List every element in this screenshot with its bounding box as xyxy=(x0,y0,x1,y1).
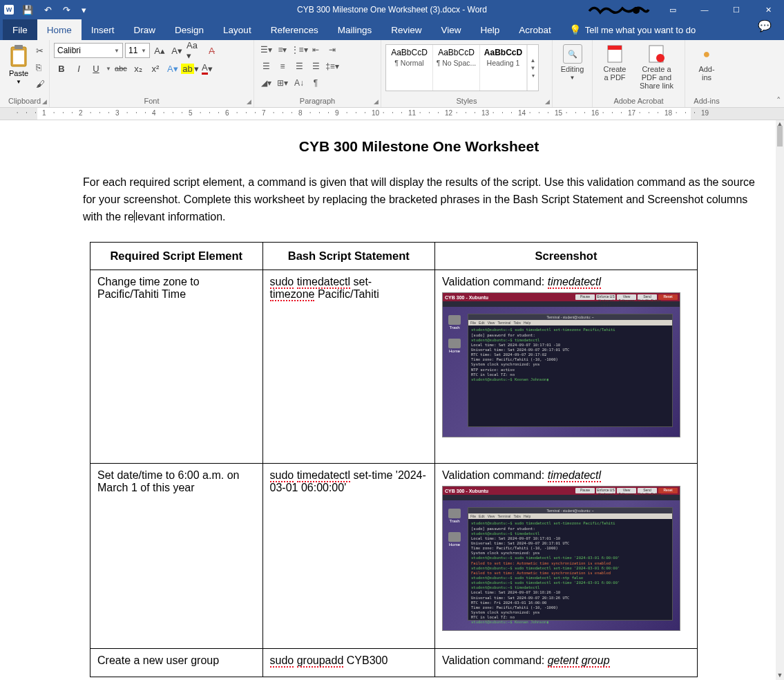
paragraph-group-label: Paragraph◢ xyxy=(254,95,381,107)
styles-more-button[interactable]: ▲▼▾ xyxy=(527,45,538,91)
tab-mailings[interactable]: Mailings xyxy=(328,19,382,40)
tab-help[interactable]: Help xyxy=(471,19,510,40)
superscript-button[interactable]: x² xyxy=(148,61,163,76)
redo-button[interactable]: ↷ xyxy=(60,5,73,15)
font-size-combo[interactable]: 11▼ xyxy=(125,43,150,58)
tab-acrobat[interactable]: Acrobat xyxy=(509,19,561,40)
create-pdf-button[interactable]: Create a PDF xyxy=(597,43,633,94)
multilevel-list-button[interactable]: ⋮≡▾ xyxy=(291,43,307,57)
paragraph-launcher[interactable]: ◢ xyxy=(374,98,379,105)
tab-layout[interactable]: Layout xyxy=(213,19,261,40)
justify-button[interactable]: ☰ xyxy=(308,59,323,73)
format-painter-button[interactable]: 🖌 xyxy=(36,79,48,91)
cell-bash: sudo groupadd CYB300 xyxy=(262,649,435,677)
pdf-share-icon xyxy=(647,44,666,64)
editing-button[interactable]: 🔍 Editing ▼ xyxy=(555,43,590,102)
style-no-spacing[interactable]: AaBbCcD ¶ No Spac... xyxy=(433,45,480,91)
tab-insert[interactable]: Insert xyxy=(82,19,124,40)
style-normal[interactable]: AaBbCcD ¶ Normal xyxy=(386,45,433,91)
svg-point-0 xyxy=(633,7,640,14)
tell-me-search[interactable]: 💡 Tell me what you want to do xyxy=(569,19,696,40)
cell-required: Create a new user group xyxy=(90,649,263,677)
cell-bash: sudo timedatectl set-timezone Pacific/Ta… xyxy=(262,270,435,464)
style-heading-1[interactable]: AaBbCcD Heading 1 xyxy=(480,45,527,91)
addins-button[interactable]: ● Add-ins xyxy=(689,43,724,94)
tab-home[interactable]: Home xyxy=(37,19,82,40)
qat-customize-button[interactable]: ▾ xyxy=(79,5,89,15)
font-launcher[interactable]: ◢ xyxy=(247,98,251,105)
clipboard-icon xyxy=(8,44,29,68)
search-icon: 🔍 xyxy=(563,44,582,64)
embedded-screenshot: CYB 300 - XubuntuPauseEnforce US Keyboar… xyxy=(442,486,680,631)
numbering-button[interactable]: ≡▾ xyxy=(275,43,290,57)
cell-screenshot: Validation command: getent group xyxy=(435,649,698,677)
cut-button[interactable]: ✂ xyxy=(36,46,48,58)
styles-gallery[interactable]: AaBbCcD ¶ Normal AaBbCcD ¶ No Spac... Aa… xyxy=(385,44,539,91)
worksheet-table: Required Script Element Bash Script Stat… xyxy=(90,242,698,677)
scroll-down-button[interactable]: ▼ xyxy=(776,672,784,680)
strikethrough-button[interactable]: abc xyxy=(113,61,128,76)
shading-button[interactable]: ◢▾ xyxy=(258,76,274,90)
line-spacing-button[interactable]: ‡≡▾ xyxy=(325,59,340,73)
th-bash: Bash Script Statement xyxy=(262,243,435,270)
save-button[interactable]: 💾 xyxy=(19,5,36,15)
ribbon-tabs: File Home Insert Draw Design Layout Refe… xyxy=(0,19,784,40)
bullets-button[interactable]: ☰▾ xyxy=(258,43,274,57)
collapse-ribbon-button[interactable]: ˄ xyxy=(776,95,781,106)
page-title: CYB 300 Milestone One Worksheet xyxy=(83,138,755,155)
align-right-button[interactable]: ☰ xyxy=(291,59,307,73)
vertical-scrollbar[interactable]: ▲ ▼ xyxy=(776,120,784,680)
grow-font-button[interactable]: A▴ xyxy=(152,43,167,58)
tab-draw[interactable]: Draw xyxy=(124,19,166,40)
text-effects-button[interactable]: A▾ xyxy=(165,61,180,76)
font-name-combo[interactable]: Calibri▼ xyxy=(54,43,123,58)
horizontal-ruler[interactable]: 1'''2'''3'''4'''5'''6'''7'''8'''9'''10''… xyxy=(0,108,784,120)
clear-formatting-button[interactable]: A̶ xyxy=(204,43,219,58)
align-left-button[interactable]: ☰ xyxy=(258,59,274,73)
intro-paragraph: For each required script element, a comm… xyxy=(83,174,755,225)
tab-design[interactable]: Design xyxy=(165,19,213,40)
tab-file[interactable]: File xyxy=(3,19,37,40)
addins-group-label: Add-ins xyxy=(685,95,728,107)
styles-launcher[interactable]: ◢ xyxy=(545,98,550,105)
document-page: CYB 300 Milestone One Worksheet For each… xyxy=(0,120,776,677)
svg-rect-2 xyxy=(15,45,23,49)
change-case-button[interactable]: Aa ▾ xyxy=(187,43,202,58)
bold-button[interactable]: B xyxy=(54,61,69,76)
tab-review[interactable]: Review xyxy=(381,19,431,40)
document-area[interactable]: CYB 300 Milestone One Worksheet For each… xyxy=(0,120,776,680)
undo-button[interactable]: ↶ xyxy=(41,5,55,15)
highlight-button[interactable]: ab▾ xyxy=(182,61,198,76)
create-and-share-button[interactable]: Create a PDF and Share link xyxy=(633,43,680,94)
table-row: Change time zone to Pacific/Tahiti Time … xyxy=(90,270,698,464)
increase-indent-button[interactable]: ⇥ xyxy=(325,43,340,57)
editing-group-label xyxy=(553,104,592,107)
tell-me-label: Tell me what you want to do xyxy=(585,25,696,35)
title-bar: W 💾 ↶ ↷ ▾ CYB 300 Milestone One Workshee… xyxy=(0,0,784,19)
maximize-button[interactable]: ☐ xyxy=(720,0,752,19)
table-row: Create a new user group sudo groupadd CY… xyxy=(90,649,698,677)
show-marks-button[interactable]: ¶ xyxy=(308,76,323,90)
font-group-label: Font◢ xyxy=(50,95,254,107)
user-signin-scribble xyxy=(588,3,650,17)
sort-button[interactable]: A↓ xyxy=(291,76,307,90)
scrollbar-thumb[interactable] xyxy=(777,126,783,147)
font-color-button[interactable]: A▾ xyxy=(200,61,215,76)
align-center-button[interactable]: ≡ xyxy=(275,59,290,73)
tab-view[interactable]: View xyxy=(431,19,470,40)
tab-references[interactable]: References xyxy=(261,19,328,40)
borders-button[interactable]: ⊞▾ xyxy=(275,76,290,90)
share-button[interactable]: 💬 xyxy=(758,19,772,32)
close-button[interactable]: ✕ xyxy=(752,0,784,19)
italic-button[interactable]: I xyxy=(71,61,86,76)
decrease-indent-button[interactable]: ⇤ xyxy=(308,43,323,57)
copy-button[interactable]: ⎘ xyxy=(36,62,48,75)
subscript-button[interactable]: x₂ xyxy=(131,61,146,76)
ribbon-display-options-button[interactable]: ▭ xyxy=(657,0,689,19)
underline-button[interactable]: U xyxy=(88,61,104,76)
minimize-button[interactable]: — xyxy=(689,0,720,19)
paste-button[interactable]: Paste ▼ xyxy=(4,43,33,94)
cell-required: Change time zone to Pacific/Tahiti Time xyxy=(90,270,263,464)
shrink-font-button[interactable]: A▾ xyxy=(169,43,184,58)
clipboard-launcher[interactable]: ◢ xyxy=(42,98,47,105)
